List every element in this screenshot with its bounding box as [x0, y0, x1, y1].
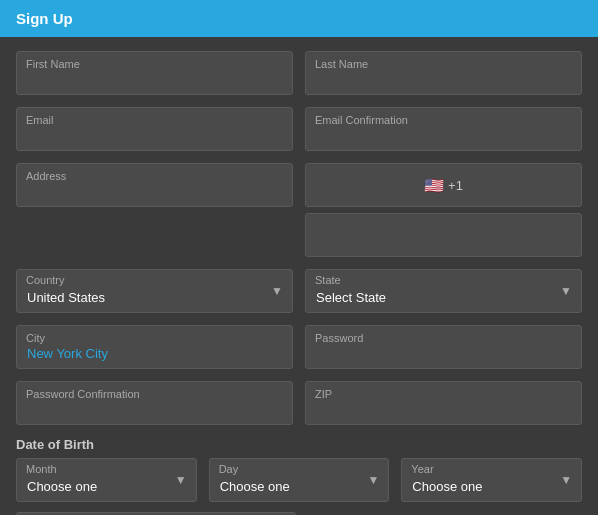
- last-name-field: Last Name: [305, 51, 582, 95]
- header: Sign Up: [0, 0, 598, 37]
- day-select[interactable]: Choose one 12345: [209, 458, 390, 502]
- password-confirmation-input[interactable]: [16, 381, 293, 425]
- phone-flag-button[interactable]: 🇺🇸 +1: [305, 163, 582, 207]
- email-confirmation-field: Email Confirmation: [305, 107, 582, 151]
- year-select[interactable]: Choose one 2000199919901985: [401, 458, 582, 502]
- flag-icon: 🇺🇸: [424, 176, 444, 195]
- state-select[interactable]: Select State New York California Texas: [305, 269, 582, 313]
- address-input[interactable]: [16, 163, 293, 207]
- phone-number-input[interactable]: [305, 213, 582, 257]
- email-field: Email: [16, 107, 293, 151]
- city-input[interactable]: [16, 325, 293, 369]
- dob-section: Date of Birth Month Choose one JanuaryFe…: [16, 437, 582, 502]
- zip-field: ZIP: [305, 381, 582, 425]
- address-field: Address: [16, 163, 293, 257]
- year-field: Year Choose one 2000199919901985 ▼: [401, 458, 582, 502]
- day-field: Day Choose one 12345 ▼: [209, 458, 390, 502]
- password-field: Password: [305, 325, 582, 369]
- password-input[interactable]: [305, 325, 582, 369]
- phone-code: +1: [448, 178, 463, 193]
- phone-input-wrap: [305, 213, 582, 257]
- state-field: State Select State New York California T…: [305, 269, 582, 313]
- page-title: Sign Up: [16, 10, 73, 27]
- first-name-input[interactable]: [16, 51, 293, 95]
- month-select[interactable]: Choose one JanuaryFebruaryMarch AprilMay…: [16, 458, 197, 502]
- dob-label: Date of Birth: [16, 437, 582, 452]
- city-field: City: [16, 325, 293, 369]
- country-field: Country United States Canada United King…: [16, 269, 293, 313]
- zip-input[interactable]: [305, 381, 582, 425]
- email-input[interactable]: [16, 107, 293, 151]
- password-confirmation-field: Password Confirmation: [16, 381, 293, 425]
- phone-field: 🇺🇸 +1: [305, 163, 582, 257]
- country-select[interactable]: United States Canada United Kingdom: [16, 269, 293, 313]
- last-name-input[interactable]: [305, 51, 582, 95]
- email-confirmation-input[interactable]: [305, 107, 582, 151]
- month-field: Month Choose one JanuaryFebruaryMarch Ap…: [16, 458, 197, 502]
- first-name-field: First Name: [16, 51, 293, 95]
